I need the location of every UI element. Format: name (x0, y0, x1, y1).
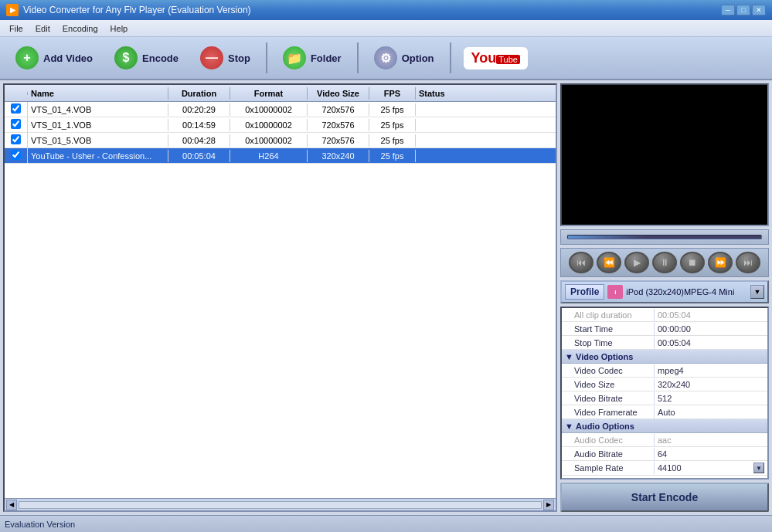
row-check-3[interactable] (5, 148, 28, 163)
folder-button[interactable]: 📁 Folder (274, 43, 351, 73)
row-status-2 (416, 139, 556, 142)
window-title: Video Converter for Any Flv Player (Eval… (23, 5, 721, 15)
play-button[interactable]: ▶ (624, 252, 649, 273)
row-fps-2: 25 fps (369, 134, 416, 147)
profile-value: iPod (320x240)MPEG-4 Mini (626, 287, 747, 296)
list-scrollbar[interactable]: ◀ ▶ (5, 498, 556, 510)
prop-val-video-bitrate: 512 (655, 392, 767, 405)
row-duration-2: 00:04:28 (168, 134, 230, 147)
prop-video-size: Video Size 320x240 (562, 378, 767, 391)
table-row[interactable]: VTS_01_5.VOB 00:04:28 0x10000002 720x576… (5, 133, 556, 148)
option-button[interactable]: ⚙ Option (365, 43, 444, 73)
row-check-2[interactable] (5, 133, 28, 147)
row-format-0: 0x10000002 (230, 103, 308, 116)
row-format-1: 0x10000002 (230, 119, 308, 131)
header-duration: Duration (168, 87, 230, 100)
header-video-size: Video Size (308, 87, 369, 100)
row-format-2: 0x10000002 (230, 134, 308, 147)
prop-audio-bitrate: Audio Bitrate 64 (562, 447, 767, 461)
option-icon: ⚙ (374, 46, 397, 69)
add-icon: + (15, 46, 39, 69)
prop-video-bitrate: Video Bitrate 512 (562, 391, 767, 405)
video-options-section-header[interactable]: ▼ Video Options (562, 350, 767, 364)
row-size-0: 720x576 (308, 103, 369, 116)
header-name: Name (28, 87, 168, 100)
prop-video-codec: Video Codec mpeg4 (562, 364, 767, 378)
stop-button[interactable]: — Stop (191, 43, 260, 73)
prop-start-time: Start Time 00:00:00 (562, 322, 767, 336)
prop-val-clip-duration: 00:05:04 (655, 309, 767, 321)
row-status-3 (416, 154, 556, 158)
next-frame-button[interactable]: ⏩ (708, 252, 733, 273)
profile-section: Profile i iPod (320x240)MPEG-4 Mini ▼ (560, 280, 769, 303)
folder-icon: 📁 (283, 46, 306, 69)
prev-frame-button[interactable]: ⏪ (597, 252, 621, 273)
properties-panel: All clip duration 00:05:04 Start Time 00… (560, 307, 769, 479)
table-header: Name Duration Format Video Size FPS Stat… (5, 85, 556, 102)
prop-key-video-framerate: Video Framerate (562, 406, 655, 418)
title-bar: ▶ Video Converter for Any Flv Player (Ev… (0, 0, 772, 20)
status-text: Evaluation Version (5, 520, 75, 529)
prop-clip-duration: All clip duration 00:05:04 (562, 308, 767, 322)
prop-key-start-time: Start Time (562, 323, 655, 335)
encode-button[interactable]: $ Encode (105, 43, 188, 73)
prop-val-video-framerate: Auto (655, 406, 767, 418)
video-options-label: Video Options (576, 352, 633, 361)
audio-options-expand-icon: ▼ (565, 422, 576, 431)
video-progress[interactable] (567, 235, 762, 239)
minimize-button[interactable]: ─ (721, 5, 735, 15)
scroll-right-arrow[interactable]: ▶ (543, 500, 554, 510)
row-duration-3: 00:05:04 (168, 150, 230, 162)
prop-key-video-size: Video Size (562, 378, 655, 391)
row-name-2: VTS_01_5.VOB (28, 134, 168, 147)
audio-options-section-header[interactable]: ▼ Audio Options (562, 419, 767, 433)
row-size-3: 320x240 (308, 150, 369, 162)
menu-file[interactable]: File (3, 22, 29, 35)
row-check-0[interactable] (5, 102, 28, 117)
prop-key-audio-codec: Audio Codec (562, 434, 655, 446)
table-row[interactable]: VTS_01_1.VOB 00:14:59 0x10000002 720x576… (5, 117, 556, 133)
menu-encoding[interactable]: Encoding (56, 22, 104, 35)
prop-video-framerate: Video Framerate Auto (562, 405, 767, 419)
row-status-0 (416, 108, 556, 111)
rewind-button[interactable]: ⏮ (569, 252, 593, 273)
ipod-icon: i (607, 285, 623, 299)
add-video-button[interactable]: + Add Video (6, 43, 102, 73)
row-fps-1: 25 fps (369, 119, 416, 131)
maximize-button[interactable]: □ (736, 5, 750, 15)
menu-edit[interactable]: Edit (29, 22, 56, 35)
scroll-left-arrow[interactable]: ◀ (6, 500, 17, 510)
row-size-1: 720x576 (308, 119, 369, 131)
prop-key-clip-duration: All clip duration (562, 309, 655, 321)
prop-sample-rate: Sample Rate 44100 ▼ (562, 461, 767, 476)
pause-button[interactable]: ⏸ (652, 252, 677, 273)
video-controls (560, 229, 769, 245)
scroll-track[interactable] (19, 501, 542, 509)
forward-button[interactable]: ⏭ (736, 252, 760, 273)
table-row[interactable]: YouTube - Usher - Confession... 00:05:04… (5, 148, 556, 164)
row-duration-1: 00:14:59 (168, 119, 230, 131)
video-preview (560, 83, 769, 226)
toolbar-divider-2 (357, 42, 359, 73)
start-encode-button[interactable]: Start Encode (560, 483, 769, 512)
player-buttons: ⏮ ⏪ ▶ ⏸ ⏹ ⏩ ⏭ (560, 248, 769, 277)
profile-dropdown-button[interactable]: ▼ (750, 285, 764, 299)
prop-val-start-time: 00:00:00 (655, 323, 767, 335)
header-check (5, 92, 28, 95)
row-check-1[interactable] (5, 117, 28, 132)
file-list-panel: Name Duration Format Video Size FPS Stat… (3, 83, 557, 512)
prop-val-sample-rate: 44100 ▼ (655, 461, 767, 475)
close-button[interactable]: ✕ (752, 5, 766, 15)
row-name-0: VTS_01_4.VOB (28, 103, 168, 116)
youtube-logo[interactable]: YouTube (464, 47, 528, 69)
header-format: Format (230, 87, 308, 100)
toolbar-divider-3 (450, 42, 451, 73)
table-row[interactable]: VTS_01_4.VOB 00:20:29 0x10000002 720x576… (5, 102, 556, 117)
prop-val-video-size: 320x240 (655, 378, 767, 391)
window-controls: ─ □ ✕ (721, 5, 766, 15)
sample-rate-dropdown-icon[interactable]: ▼ (753, 463, 764, 473)
stop-player-button[interactable]: ⏹ (680, 252, 705, 273)
menu-help[interactable]: Help (104, 22, 134, 35)
video-options-expand-icon: ▼ (565, 352, 576, 361)
prop-val-audio-bitrate: 64 (655, 448, 767, 460)
